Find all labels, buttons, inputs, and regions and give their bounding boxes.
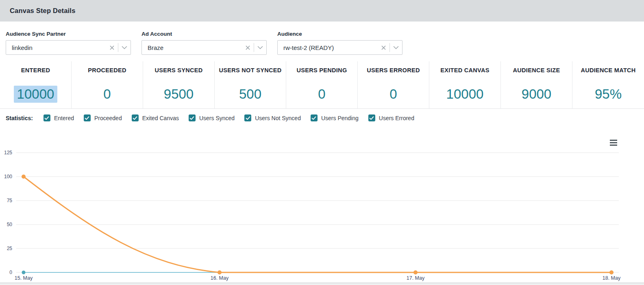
toggle-label: Entered <box>54 115 74 121</box>
checkbox-checked-icon[interactable] <box>244 114 251 121</box>
stat-users-synced: USERS SYNCED9500 <box>143 61 215 108</box>
stat-label: AUDIENCE MATCH <box>581 67 635 75</box>
statistic-toggle-users-errored[interactable]: Users Errored <box>368 114 414 121</box>
clear-icon[interactable] <box>106 41 118 54</box>
toggle-label: Exited Canvas <box>142 115 179 121</box>
data-point-marker[interactable] <box>609 270 614 274</box>
stat-value-selected-text: 10000 <box>14 86 58 103</box>
stat-value: 500 <box>239 87 261 101</box>
stat-value-text: 9500 <box>164 86 194 101</box>
y-axis-tick-label: 75 <box>7 198 13 203</box>
stat-proceeded: PROCEEDED0 <box>72 61 143 108</box>
stat-value-text: 500 <box>239 86 261 101</box>
stat-value-text: 9000 <box>522 86 551 101</box>
stat-label: AUDIENCE SIZE <box>513 67 560 75</box>
bottom-strip <box>0 282 644 285</box>
checkbox-checked-icon[interactable] <box>44 114 50 121</box>
panel-header: Canvas Step Details <box>0 0 644 22</box>
stat-value: 10000 <box>446 87 484 101</box>
chart-menu-icon[interactable] <box>610 140 617 147</box>
clear-icon[interactable] <box>377 41 389 54</box>
stat-label: ENTERED <box>21 67 50 75</box>
statistic-toggle-exited-canvas[interactable]: Exited Canvas <box>132 114 179 121</box>
stat-value-text: 95% <box>595 86 622 101</box>
y-axis-tick-label: 100 <box>4 174 12 179</box>
statistic-toggle-entered[interactable]: Entered <box>44 114 74 121</box>
toggle-label: Users Pending <box>321 115 359 121</box>
statistic-toggle-proceeded[interactable]: Proceeded <box>84 114 122 121</box>
stat-exited-canvas: EXITED CANVAS10000 <box>429 61 501 108</box>
filter-audience: Audiencerw-test-2 (READY) <box>277 31 402 55</box>
data-point-marker[interactable] <box>22 175 26 179</box>
stat-value: 9000 <box>522 87 551 101</box>
filter-ad-account: Ad AccountBraze <box>141 31 267 55</box>
hamburger-bar <box>610 142 617 143</box>
audience-select[interactable]: rw-test-2 (READY) <box>277 40 402 55</box>
page-title: Canvas Step Details <box>10 7 76 15</box>
filter-label: Ad Account <box>141 31 267 37</box>
filter-label: Audience Sync Partner <box>6 31 131 37</box>
chart-area: 025507510012515. May16. May17. May18. Ma… <box>0 131 644 282</box>
x-axis-tick-label: 18. May <box>603 275 621 281</box>
statistic-toggle-users-pending[interactable]: Users Pending <box>311 114 359 121</box>
checkbox-checked-icon[interactable] <box>189 114 196 121</box>
filter-label: Audience <box>277 31 402 37</box>
stat-users-errored: USERS ERRORED0 <box>358 61 429 108</box>
stat-audience-match: AUDIENCE MATCH95% <box>572 61 644 108</box>
toggle-label: Users Errored <box>379 115 414 121</box>
toggle-label: Users Synced <box>199 115 235 121</box>
checkbox-checked-icon[interactable] <box>368 114 375 121</box>
chevron-down-icon[interactable] <box>390 41 402 54</box>
chevron-down-icon[interactable] <box>254 41 266 54</box>
stat-users-not-synced: USERS NOT SYNCED500 <box>215 61 286 108</box>
y-axis-tick-label: 125 <box>4 150 12 155</box>
audience-sync-partner-select[interactable]: linkedin <box>6 40 131 55</box>
stat-value-text: 0 <box>318 86 325 101</box>
statistic-toggle-users-synced[interactable]: Users Synced <box>189 114 235 121</box>
stat-value: 0 <box>389 87 397 101</box>
clear-icon[interactable] <box>242 41 254 54</box>
hamburger-bar <box>610 140 617 141</box>
checkbox-checked-icon[interactable] <box>311 114 318 121</box>
statistics-label: Statistics: <box>6 115 33 121</box>
x-axis-tick-label: 15. May <box>15 275 33 281</box>
chevron-down-icon[interactable] <box>118 41 131 54</box>
stat-value: 0 <box>103 87 111 101</box>
y-axis-tick-label: 25 <box>7 246 13 251</box>
hamburger-bar <box>610 145 617 146</box>
stat-value: 9500 <box>164 87 194 101</box>
data-point-marker[interactable] <box>22 271 26 274</box>
stat-value: 0 <box>318 87 325 101</box>
data-point-marker[interactable] <box>413 270 418 274</box>
data-point-marker[interactable] <box>218 270 222 274</box>
stat-label: USERS ERRORED <box>367 67 420 75</box>
filters-row: Audience Sync PartnerlinkedinAd AccountB… <box>0 22 644 55</box>
stat-label: USERS SYNCED <box>154 67 202 75</box>
statistics-chart: 025507510012515. May16. May17. May18. Ma… <box>0 131 644 282</box>
statistics-toggles: Statistics: EnteredProceededExited Canva… <box>0 109 644 126</box>
gridlines: 0255075100125 <box>4 150 619 275</box>
stat-value: 10000 <box>14 87 58 101</box>
statistic-toggle-users-not-synced[interactable]: Users Not Synced <box>244 114 301 121</box>
checkbox-checked-icon[interactable] <box>84 114 91 121</box>
select-value: rw-test-2 (READY) <box>278 44 377 51</box>
stat-label: PROCEEDED <box>88 67 126 75</box>
x-axis: 15. May16. May17. May18. May <box>15 272 621 281</box>
filter-audience-sync-partner: Audience Sync Partnerlinkedin <box>6 31 131 55</box>
checkbox-checked-icon[interactable] <box>132 114 139 121</box>
stats-row: ENTERED10000PROCEEDED0USERS SYNCED9500US… <box>0 61 644 109</box>
y-axis-tick-label: 0 <box>9 270 12 275</box>
stat-audience-size: AUDIENCE SIZE9000 <box>501 61 572 108</box>
stat-label: USERS PENDING <box>297 67 347 75</box>
x-axis-tick-label: 16. May <box>211 275 229 281</box>
toggle-label: Users Not Synced <box>255 115 301 121</box>
y-axis-tick-label: 50 <box>7 222 13 227</box>
x-axis-tick-label: 17. May <box>407 275 425 281</box>
stat-label: EXITED CANVAS <box>440 67 489 75</box>
stat-entered: ENTERED10000 <box>0 61 72 108</box>
select-value: linkedin <box>6 44 106 51</box>
ad-account-select[interactable]: Braze <box>141 40 267 55</box>
stat-users-pending: USERS PENDING0 <box>286 61 358 108</box>
stat-label: USERS NOT SYNCED <box>219 67 282 75</box>
stat-value-text: 10000 <box>446 86 484 101</box>
